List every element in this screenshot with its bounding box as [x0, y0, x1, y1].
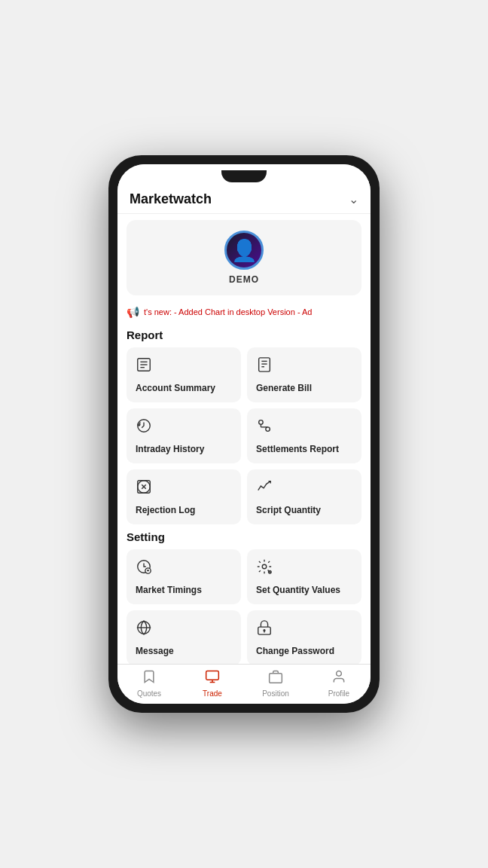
generate-bill-icon: [256, 356, 273, 377]
setting-grid: Market Timings Set Quantity Va: [127, 549, 361, 664]
app-header: Marketwatch ⌄: [117, 185, 371, 214]
rejection-log-label: Rejection Log: [136, 505, 195, 515]
svg-point-10: [266, 427, 270, 432]
nav-item-position[interactable]: Position: [244, 669, 307, 698]
svg-point-32: [337, 671, 342, 677]
rejection-log-icon: [136, 478, 152, 499]
message-icon: [136, 619, 152, 640]
nav-item-profile[interactable]: Profile: [307, 669, 371, 698]
svg-point-21: [262, 564, 267, 569]
message-label: Message: [136, 646, 174, 656]
settlements-report-icon: [256, 417, 273, 438]
generate-bill-label: Generate Bill: [256, 383, 312, 393]
message-item[interactable]: Message: [127, 610, 241, 664]
report-section-title: Report: [127, 329, 361, 341]
change-password-label: Change Password: [256, 646, 334, 656]
set-quantity-values-icon: [256, 558, 273, 579]
set-quantity-values-item[interactable]: Set Quantity Values: [247, 549, 361, 604]
svg-rect-31: [270, 674, 282, 683]
quotes-label: Quotes: [137, 689, 161, 698]
generate-bill-item[interactable]: Generate Bill: [247, 347, 361, 402]
position-icon: [268, 669, 283, 688]
svg-rect-4: [259, 358, 270, 371]
news-ticker: 📢 t's new: - Added Chart in desktop Vers…: [117, 301, 371, 322]
settlements-report-label: Settlements Report: [256, 444, 339, 454]
report-grid: Account Summary Generate Bill: [127, 347, 361, 524]
avatar-icon: 👤: [231, 238, 258, 263]
market-timings-item[interactable]: Market Timings: [127, 549, 241, 604]
market-timings-label: Market Timings: [136, 585, 202, 595]
intraday-history-icon: [136, 417, 152, 438]
settlements-report-item[interactable]: Settlements Report: [247, 408, 361, 463]
trade-label: Trade: [203, 689, 222, 698]
market-timings-icon: [136, 558, 152, 579]
bottom-navigation: Quotes Trade: [117, 664, 371, 704]
account-summary-label: Account Summary: [136, 383, 215, 393]
set-quantity-values-label: Set Quantity Values: [256, 585, 340, 595]
avatar[interactable]: 👤: [224, 231, 264, 270]
megaphone-icon: 📢: [127, 306, 139, 318]
intraday-history-item[interactable]: Intraday History: [127, 408, 241, 463]
trade-icon: [205, 669, 220, 688]
account-summary-icon: [136, 356, 152, 377]
profile-nav-icon: [331, 669, 346, 688]
change-password-item[interactable]: Change Password: [247, 610, 361, 664]
chevron-down-icon[interactable]: ⌄: [349, 192, 358, 206]
profile-section: 👤 DEMO: [127, 220, 361, 295]
account-summary-item[interactable]: Account Summary: [127, 347, 241, 402]
position-label: Position: [262, 689, 289, 698]
main-content: Report Account Summary: [117, 322, 371, 664]
profile-name: DEMO: [229, 274, 259, 285]
script-quantity-item[interactable]: Script Quantity: [247, 469, 361, 524]
svg-rect-28: [206, 671, 219, 680]
script-quantity-icon: [256, 478, 273, 499]
nav-item-quotes[interactable]: Quotes: [117, 669, 181, 698]
svg-point-26: [264, 630, 265, 631]
news-text: t's new: - Added Chart in desktop Versio…: [144, 307, 312, 316]
setting-section-title: Setting: [127, 530, 361, 543]
quotes-icon: [142, 669, 157, 688]
script-quantity-label: Script Quantity: [256, 505, 321, 515]
header-title: Marketwatch: [130, 191, 212, 207]
nav-item-trade[interactable]: Trade: [181, 669, 244, 698]
intraday-history-label: Intraday History: [136, 444, 204, 454]
profile-label: Profile: [328, 689, 349, 698]
svg-point-9: [259, 420, 264, 425]
change-password-icon: [256, 619, 273, 640]
rejection-log-item[interactable]: Rejection Log: [127, 469, 241, 524]
